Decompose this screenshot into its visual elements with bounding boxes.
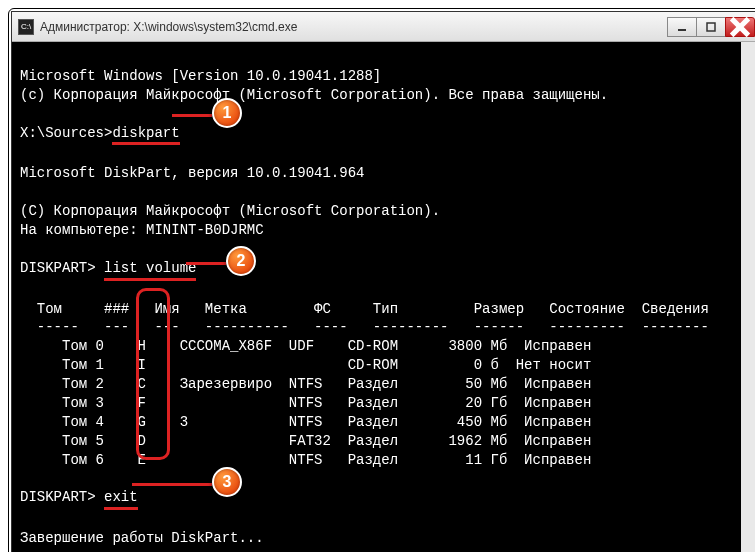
cmd-exit: exit bbox=[104, 488, 138, 510]
terminal-output[interactable]: Microsoft Windows [Version 10.0.19041.12… bbox=[12, 42, 755, 552]
maximize-button[interactable] bbox=[696, 17, 726, 37]
diskpart-copyright: (C) Корпорация Майкрософт (Microsoft Cor… bbox=[20, 203, 440, 219]
annotation-badge-3: 3 bbox=[212, 467, 242, 497]
arrow-3 bbox=[132, 483, 212, 486]
minimize-icon bbox=[677, 22, 687, 32]
table-divider: ----- --- --- ---------- ---- --------- … bbox=[20, 319, 709, 335]
prompt-2: DISKPART> bbox=[20, 260, 96, 276]
table-row: Том 4 G 3 NTFS Раздел 450 Мб Исправен bbox=[20, 414, 591, 430]
diskpart-version: Microsoft DiskPart, версия 10.0.19041.96… bbox=[20, 165, 364, 181]
arrow-1 bbox=[172, 114, 212, 117]
prompt-3: DISKPART> bbox=[20, 489, 96, 505]
table-row: Том 0 H CCCOMA_X86F UDF CD-ROM 3800 Мб И… bbox=[20, 338, 591, 354]
cmd-window: C:\ Администратор: X:\windows\system32\c… bbox=[11, 11, 755, 552]
prompt-1: X:\Sources> bbox=[20, 125, 112, 141]
table-row: Том 5 D FAT32 Раздел 1962 Мб Исправен bbox=[20, 433, 591, 449]
table-row: Том 1 I CD-ROM 0 б Нет носит bbox=[20, 357, 591, 373]
annotation-badge-2: 2 bbox=[226, 246, 256, 276]
svg-rect-1 bbox=[707, 23, 715, 31]
maximize-icon bbox=[706, 22, 716, 32]
close-button[interactable] bbox=[725, 17, 755, 37]
window-controls bbox=[668, 17, 755, 37]
copyright-line: (c) Корпорация Майкрософт (Microsoft Cor… bbox=[20, 87, 608, 103]
table-header: Том ### Имя Метка ФС Тип Размер Состояни… bbox=[20, 301, 709, 317]
table-row: Том 2 C Зарезервиро NTFS Раздел 50 Мб Ис… bbox=[20, 376, 591, 392]
annotation-badge-1: 1 bbox=[212, 98, 242, 128]
cmd-diskpart: diskpart bbox=[112, 124, 179, 146]
arrow-2 bbox=[186, 262, 226, 265]
table-row: Том 6 E NTFS Раздел 11 Гб Исправен bbox=[20, 452, 591, 468]
minimize-button[interactable] bbox=[667, 17, 697, 37]
close-icon bbox=[726, 13, 754, 41]
window-title: Администратор: X:\windows\system32\cmd.e… bbox=[40, 20, 668, 34]
version-line: Microsoft Windows [Version 10.0.19041.12… bbox=[20, 68, 381, 84]
cmd-icon: C:\ bbox=[18, 19, 34, 35]
diskpart-host: На компьютере: MININT-B0DJRMC bbox=[20, 222, 264, 238]
screenshot-frame: C:\ Администратор: X:\windows\system32\c… bbox=[8, 8, 755, 552]
table-row: Том 3 F NTFS Раздел 20 Гб Исправен bbox=[20, 395, 591, 411]
cmd-list-volume: list volume bbox=[104, 259, 196, 281]
titlebar[interactable]: C:\ Администратор: X:\windows\system32\c… bbox=[12, 12, 755, 42]
exit-message: Завершение работы DiskPart... bbox=[20, 530, 264, 546]
